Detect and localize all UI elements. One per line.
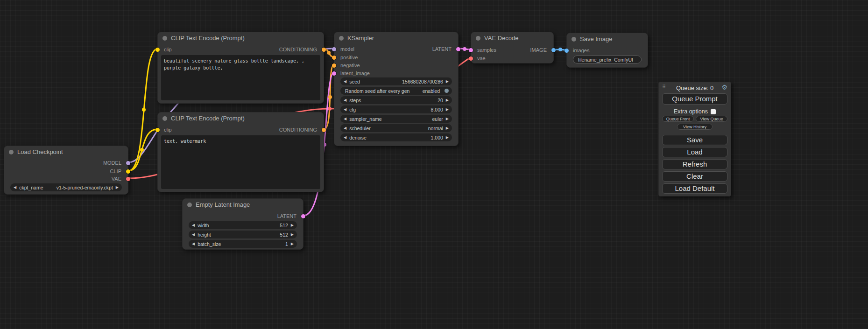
decrement-arrow-icon[interactable]: ◀	[14, 186, 16, 189]
view-queue-button[interactable]: View Queue	[696, 116, 727, 122]
node-collapse-icon[interactable]	[572, 37, 576, 42]
latent-output-slot[interactable]	[456, 47, 460, 51]
increment-arrow-icon[interactable]: ▶	[446, 108, 449, 112]
seed-widget[interactable]: ◀ seed 156680208700286 ▶	[340, 77, 452, 85]
refresh-button[interactable]: Refresh	[662, 159, 727, 169]
decrement-arrow-icon[interactable]: ◀	[344, 136, 346, 140]
samples-input-label: samples	[477, 47, 496, 53]
increment-arrow-icon[interactable]: ▶	[446, 117, 449, 121]
node-collapse-icon[interactable]	[187, 203, 192, 207]
node-collapse-icon[interactable]	[162, 116, 167, 121]
node-title: Save Image	[580, 35, 612, 42]
decrement-arrow-icon[interactable]: ◀	[192, 233, 195, 237]
increment-arrow-icon[interactable]: ▶	[446, 80, 449, 84]
widget-label: height	[198, 232, 211, 238]
images-input-slot[interactable]	[565, 49, 569, 53]
images-input-label: images	[573, 47, 589, 54]
node-header: CLIP Text Encode (Prompt)	[158, 112, 324, 124]
decrement-arrow-icon[interactable]: ◀	[192, 224, 195, 227]
link-midpoint-dot	[328, 95, 332, 99]
extra-options-row: Extra options	[659, 108, 731, 115]
ckpt-name-widget[interactable]: ◀ ckpt_name v1-5-pruned-emaonly.ckpt ▶	[10, 183, 122, 191]
clear-button[interactable]: Clear	[662, 171, 727, 182]
widget-value: 1.000	[431, 135, 443, 140]
queue-menu-panel[interactable]: ⠿ Queue size: 0 ⚙ Queue Prompt Extra opt…	[658, 82, 731, 196]
increment-arrow-icon[interactable]: ▶	[291, 242, 294, 246]
vae-output-slot[interactable]	[126, 177, 130, 181]
node-ksampler[interactable]: KSampler model positive negative latent_…	[334, 32, 459, 146]
extra-options-checkbox[interactable]	[711, 109, 716, 114]
toggle-on-icon[interactable]	[445, 89, 449, 93]
conditioning-output-slot[interactable]	[322, 128, 326, 132]
node-save-image[interactable]: Save Image images filename_prefix ComfyU…	[566, 33, 648, 68]
denoise-widget[interactable]: ◀ denoise 1.000 ▶	[340, 133, 452, 141]
node-title: CLIP Text Encode (Prompt)	[171, 35, 245, 42]
settings-gear-icon[interactable]: ⚙	[721, 84, 727, 91]
clip-input-slot[interactable]	[155, 128, 160, 132]
positive-input-slot[interactable]	[332, 56, 336, 60]
decrement-arrow-icon[interactable]: ◀	[344, 126, 346, 130]
increment-arrow-icon[interactable]: ▶	[116, 186, 119, 189]
node-empty-latent-image[interactable]: Empty Latent Image LATENT ◀ width 512 ▶ …	[182, 198, 303, 250]
increment-arrow-icon[interactable]: ▶	[446, 98, 449, 102]
conditioning-output-slot[interactable]	[322, 48, 326, 52]
node-graph-canvas[interactable]: Load Checkpoint MODEL CLIP VAE ◀ ckpt_na…	[0, 0, 868, 329]
model-output-slot[interactable]	[126, 161, 130, 165]
samples-input-slot[interactable]	[469, 48, 473, 52]
node-header: CLIP Text Encode (Prompt)	[158, 32, 324, 44]
node-collapse-icon[interactable]	[162, 36, 167, 41]
decrement-arrow-icon[interactable]: ◀	[344, 80, 346, 84]
sampler-name-widget[interactable]: ◀ sampler_name euler ▶	[340, 115, 452, 123]
image-output-slot[interactable]	[551, 48, 556, 52]
increment-arrow-icon[interactable]: ▶	[446, 136, 449, 140]
node-collapse-icon[interactable]	[339, 36, 344, 41]
node-clip-text-encode-negative[interactable]: CLIP Text Encode (Prompt) clip CONDITION…	[157, 112, 324, 192]
positive-prompt-textarea[interactable]: beautiful scenery nature glass bottle la…	[161, 55, 320, 100]
widget-label: ckpt_name	[19, 185, 43, 190]
save-button[interactable]: Save	[662, 135, 727, 145]
latent-output-label: LATENT	[432, 46, 452, 52]
decrement-arrow-icon[interactable]: ◀	[344, 108, 346, 112]
node-collapse-icon[interactable]	[476, 36, 480, 41]
random-seed-toggle-widget[interactable]: Random seed after every gen enabled	[340, 87, 452, 95]
increment-arrow-icon[interactable]: ▶	[291, 224, 294, 227]
width-widget[interactable]: ◀ width 512 ▶	[189, 221, 297, 229]
latent-image-input-slot[interactable]	[332, 71, 336, 76]
decrement-arrow-icon[interactable]: ◀	[192, 242, 195, 246]
queue-prompt-button[interactable]: Queue Prompt	[662, 93, 727, 105]
node-load-checkpoint[interactable]: Load Checkpoint MODEL CLIP VAE ◀ ckpt_na…	[4, 146, 128, 195]
widget-value: 20	[438, 98, 443, 103]
increment-arrow-icon[interactable]: ▶	[291, 233, 294, 237]
negative-prompt-textarea[interactable]: text, watermark	[161, 135, 320, 189]
positive-input-label: positive	[340, 54, 358, 61]
cfg-widget[interactable]: ◀ cfg 8.000 ▶	[340, 105, 452, 113]
clip-output-slot[interactable]	[126, 169, 130, 174]
view-history-button[interactable]: View History	[677, 124, 713, 130]
node-collapse-icon[interactable]	[9, 150, 14, 154]
increment-arrow-icon[interactable]: ▶	[446, 126, 449, 130]
node-clip-text-encode-positive[interactable]: CLIP Text Encode (Prompt) clip CONDITION…	[157, 32, 324, 104]
batch-size-widget[interactable]: ◀ batch_size 1 ▶	[189, 240, 297, 248]
decrement-arrow-icon[interactable]: ◀	[344, 117, 346, 121]
clip-input-slot[interactable]	[155, 48, 160, 52]
widget-value: normal	[428, 126, 443, 131]
load-default-button[interactable]: Load Default	[662, 183, 727, 194]
widget-value: ComfyUI	[614, 57, 633, 63]
widget-value: 8.000	[431, 107, 443, 112]
negative-input-slot[interactable]	[332, 63, 336, 68]
model-input-slot[interactable]	[332, 47, 336, 51]
widget-label: width	[198, 223, 209, 228]
steps-widget[interactable]: ◀ steps 20 ▶	[340, 96, 452, 104]
queue-front-button[interactable]: Queue Front	[662, 116, 694, 122]
node-vae-decode[interactable]: VAE Decode samples vae IMAGE	[471, 32, 554, 63]
scheduler-widget[interactable]: ◀ scheduler normal ▶	[340, 124, 452, 132]
clip-input-label: clip	[164, 46, 172, 53]
latent-output-slot[interactable]	[301, 214, 305, 218]
link-midpoint-dot	[463, 47, 466, 51]
node-header: Load Checkpoint	[4, 146, 128, 158]
height-widget[interactable]: ◀ height 512 ▶	[189, 231, 297, 238]
vae-input-slot[interactable]	[469, 56, 473, 61]
decrement-arrow-icon[interactable]: ◀	[344, 98, 346, 102]
load-button[interactable]: Load	[662, 147, 727, 157]
filename-prefix-widget[interactable]: filename_prefix ComfyUI	[573, 56, 642, 63]
